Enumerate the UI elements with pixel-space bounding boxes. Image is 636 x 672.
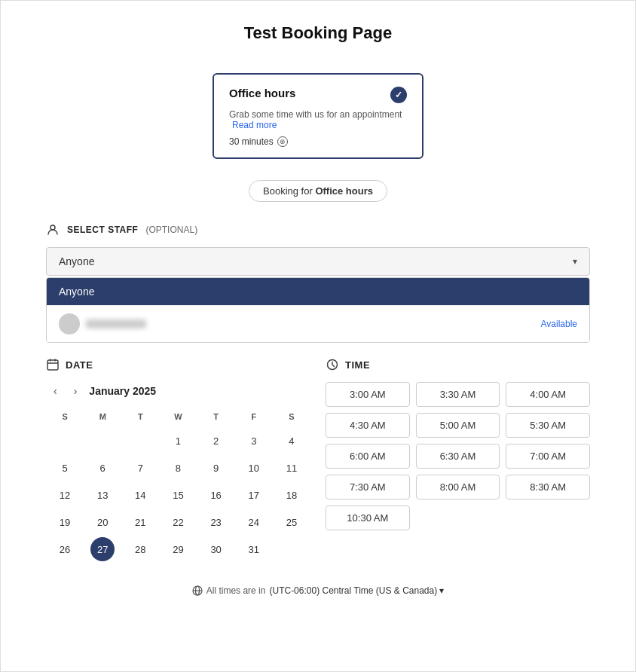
calendar-header: ‹ › January 2025 bbox=[46, 382, 310, 400]
person-avatar bbox=[59, 313, 146, 334]
weekday-fri: F bbox=[235, 409, 273, 424]
calendar-day[interactable]: 3 bbox=[242, 429, 266, 453]
time-slot[interactable]: 4:00 AM bbox=[506, 382, 590, 407]
calendar-weekdays: S M T W T F S bbox=[46, 409, 310, 424]
time-slots: 3:00 AM3:30 AM4:00 AM4:30 AM5:00 AM5:30 … bbox=[326, 382, 590, 530]
time-slot[interactable]: 8:30 AM bbox=[506, 475, 590, 499]
calendar-day[interactable]: 13 bbox=[90, 483, 115, 507]
calendar-day[interactable]: 1 bbox=[166, 429, 190, 453]
staff-selected-value: Anyone bbox=[59, 255, 94, 267]
calendar-day bbox=[53, 429, 77, 453]
time-section: TIME 3:00 AM3:30 AM4:00 AM4:30 AM5:00 AM… bbox=[326, 358, 590, 563]
calendar-day[interactable]: 26 bbox=[53, 537, 77, 561]
available-badge: Available bbox=[541, 319, 577, 329]
time-section-header: TIME bbox=[326, 358, 590, 371]
time-slot[interactable]: 5:30 AM bbox=[506, 413, 590, 438]
time-label: TIME bbox=[345, 359, 370, 371]
timezone-chevron-icon: ▾ bbox=[439, 585, 444, 596]
date-label: DATE bbox=[66, 359, 93, 371]
calendar-day[interactable]: 20 bbox=[90, 510, 115, 534]
staff-dropdown-options: Anyone Available bbox=[46, 277, 590, 343]
calendar-day[interactable]: 14 bbox=[128, 483, 152, 507]
svg-rect-1 bbox=[47, 360, 58, 370]
calendar-day[interactable]: 8 bbox=[166, 456, 190, 480]
time-slot[interactable]: 4:30 AM bbox=[326, 413, 410, 438]
prev-month-button[interactable]: ‹ bbox=[49, 382, 62, 400]
weekday-sat: S bbox=[273, 409, 310, 424]
person-icon bbox=[46, 223, 60, 237]
staff-section-header: SELECT STAFF (OPTIONAL) bbox=[46, 223, 590, 237]
calendar-day[interactable]: 23 bbox=[204, 510, 228, 534]
service-description: Grab some time with us for an appointmen… bbox=[229, 109, 407, 130]
calendar-day[interactable]: 12 bbox=[53, 483, 77, 507]
calendar-day[interactable]: 11 bbox=[280, 456, 304, 480]
calendar-grid: S M T W T F S 12345678910111213141516171… bbox=[46, 409, 310, 563]
calendar-month-year: January 2025 bbox=[89, 385, 156, 397]
calendar-day[interactable]: 31 bbox=[242, 537, 266, 561]
booking-service-name: Office hours bbox=[315, 185, 373, 197]
timezone-value: (UTC-06:00) Central Time (US & Canada) bbox=[269, 585, 437, 596]
calendar-day[interactable]: 6 bbox=[90, 456, 115, 480]
calendar-day[interactable]: 2 bbox=[204, 429, 228, 453]
calendar-day bbox=[90, 429, 115, 453]
service-name: Office hours bbox=[229, 87, 295, 99]
calendar-day bbox=[128, 429, 152, 453]
calendar-day bbox=[280, 537, 304, 561]
calendar-day[interactable]: 16 bbox=[204, 483, 228, 507]
calendar-day[interactable]: 17 bbox=[242, 483, 266, 507]
weekday-mon: M bbox=[84, 409, 121, 424]
svg-point-0 bbox=[50, 225, 55, 230]
time-slot[interactable]: 6:00 AM bbox=[326, 444, 410, 469]
next-month-button[interactable]: › bbox=[69, 382, 82, 400]
time-slot[interactable]: 10:30 AM bbox=[326, 506, 410, 530]
date-time-section: DATE ‹ › January 2025 S M T W T F S bbox=[46, 358, 590, 563]
staff-select-box[interactable]: Anyone ▾ bbox=[46, 247, 590, 276]
optional-label: (OPTIONAL) bbox=[145, 225, 197, 235]
time-slot[interactable]: 3:00 AM bbox=[326, 382, 410, 407]
dropdown-arrow-icon: ▾ bbox=[573, 256, 577, 267]
time-slot[interactable]: 8:00 AM bbox=[416, 475, 500, 499]
calendar-icon bbox=[46, 358, 60, 371]
check-icon bbox=[390, 87, 407, 103]
service-duration: 30 minutes ⊕ bbox=[229, 136, 407, 147]
timezone-prefix: All times are in bbox=[206, 585, 266, 596]
staff-dropdown[interactable]: Anyone ▾ Anyone Available bbox=[46, 247, 590, 343]
calendar-day[interactable]: 27 bbox=[90, 537, 115, 561]
date-section: DATE ‹ › January 2025 S M T W T F S bbox=[46, 358, 310, 563]
time-slot[interactable]: 3:30 AM bbox=[416, 382, 500, 407]
calendar-day[interactable]: 18 bbox=[280, 483, 304, 507]
footer-timezone: All times are in (UTC-06:00) Central Tim… bbox=[46, 585, 590, 596]
calendar-day[interactable]: 10 bbox=[242, 456, 266, 480]
calendar-day[interactable]: 22 bbox=[166, 510, 190, 534]
calendar-days: 1234567891011121314151617181920212223242… bbox=[46, 427, 310, 563]
calendar-day[interactable]: 19 bbox=[53, 510, 77, 534]
weekday-tue: T bbox=[121, 409, 159, 424]
calendar-day[interactable]: 25 bbox=[280, 510, 304, 534]
staff-option-anyone[interactable]: Anyone bbox=[47, 278, 589, 305]
time-slot[interactable]: 6:30 AM bbox=[416, 444, 500, 469]
time-slot[interactable]: 7:00 AM bbox=[506, 444, 590, 469]
weekday-thu: T bbox=[197, 409, 235, 424]
weekday-wed: W bbox=[159, 409, 197, 424]
globe-footer-icon bbox=[192, 585, 203, 596]
clock-icon bbox=[326, 358, 339, 371]
staff-option-person[interactable]: Available bbox=[47, 305, 589, 342]
timezone-selector[interactable]: (UTC-06:00) Central Time (US & Canada) ▾ bbox=[269, 585, 444, 596]
calendar-day[interactable]: 7 bbox=[128, 456, 152, 480]
person-name-blurred bbox=[86, 319, 146, 328]
calendar-day[interactable]: 21 bbox=[128, 510, 152, 534]
calendar-day[interactable]: 29 bbox=[166, 537, 190, 561]
booking-badge: Booking for Office hours bbox=[46, 180, 590, 202]
time-slot[interactable]: 7:30 AM bbox=[326, 475, 410, 499]
weekday-sun: S bbox=[46, 409, 84, 424]
calendar-day[interactable]: 24 bbox=[242, 510, 266, 534]
service-card[interactable]: Office hours Grab some time with us for … bbox=[213, 73, 423, 159]
calendar-day[interactable]: 5 bbox=[53, 456, 77, 480]
calendar-day[interactable]: 30 bbox=[204, 537, 228, 561]
calendar-day[interactable]: 15 bbox=[166, 483, 190, 507]
calendar-day[interactable]: 4 bbox=[280, 429, 304, 453]
read-more-link[interactable]: Read more bbox=[232, 120, 277, 130]
calendar-day[interactable]: 28 bbox=[128, 537, 152, 561]
time-slot[interactable]: 5:00 AM bbox=[416, 413, 500, 438]
calendar-day[interactable]: 9 bbox=[204, 456, 228, 480]
